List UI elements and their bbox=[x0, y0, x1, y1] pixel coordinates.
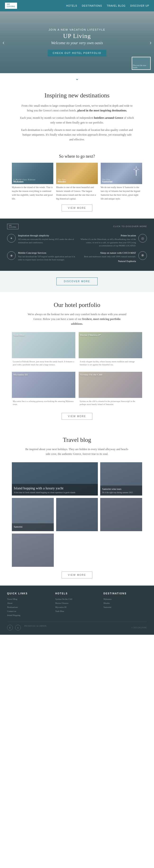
dest-desc-santorini: We do not really know if Santorini is th… bbox=[101, 186, 142, 201]
blog-card-extra1 bbox=[56, 498, 98, 531]
hotel-label-yade: Yade Blue bbox=[13, 334, 25, 336]
footer-social: f t PROSOCIAL & LMIXIN bbox=[7, 625, 46, 630]
footer-hotel-myconios[interactable]: Myconios III bbox=[55, 605, 99, 609]
dest-img-rhodes: The One Rhodes bbox=[56, 163, 98, 184]
nav-hotels[interactable]: HOTELS bbox=[66, 4, 77, 7]
cocomat-text: Sleep on nature with COCO-MAT Beds and m… bbox=[84, 251, 136, 263]
hotel-info-syrtina: Syrtina on the cliff is situated in the … bbox=[79, 398, 142, 408]
hotel-desc-hector: A truly elegant facility, where luxury m… bbox=[80, 360, 141, 367]
hotel-card-syrtina: Syrtina On the Cliff Syrtina on the clif… bbox=[79, 372, 142, 408]
windmill-icon bbox=[133, 165, 140, 177]
portfolio-view-more-button[interactable]: VIEW MORE bbox=[62, 413, 92, 420]
footer-copyright: © 2015 UP LIVING bbox=[131, 627, 147, 629]
blog-title-3: Santorini bbox=[14, 525, 52, 529]
footer-hotel-hector[interactable]: Hector Filorera bbox=[55, 601, 99, 605]
footer-dest-santorini[interactable]: Santorini bbox=[104, 605, 147, 609]
blog-view-more-button[interactable]: VIEW MORE bbox=[62, 571, 92, 579]
destination-cards: A World-class Hideout Mykonos Mykonos is… bbox=[12, 163, 142, 201]
navigation: UP LIVING HOTELS DESTINATIONS TRAVEL BLO… bbox=[0, 0, 154, 11]
blog-grid: Island hopping with a luxury yacht A fir… bbox=[12, 462, 142, 567]
dark-band-discover-link[interactable]: CLICK TO DISCOVER MORE bbox=[113, 225, 147, 227]
hero-next-arrow[interactable]: › bbox=[150, 38, 152, 46]
footer-hotel-yade[interactable]: Yade Blue bbox=[55, 609, 99, 613]
footer-destinations-heading: DESTINATIONS bbox=[104, 592, 147, 595]
where-section: So where to go next? A World-class Hideo… bbox=[0, 152, 154, 219]
blog-section: Travel blog Be inspired about your next … bbox=[0, 427, 154, 586]
hotel-img-hector: Hector Filorera 4* bbox=[79, 332, 142, 358]
location-text: Prime location Whether it's on the Water… bbox=[79, 234, 136, 248]
footer-link-destinations[interactable]: Destinations bbox=[7, 605, 50, 609]
feature-cocomat: ❃ Sleep on nature with COCO-MAT Beds and… bbox=[79, 251, 147, 263]
blog-card-extra3 bbox=[12, 533, 54, 567]
hotel-label-syrtina: Syrtina On the Cliff bbox=[80, 373, 102, 376]
nav-destinations[interactable]: DESTINATIONS bbox=[82, 4, 102, 7]
footer-hotel-syrtina[interactable]: Syrtina On the Cliff bbox=[55, 597, 99, 601]
nav-travel-blog[interactable]: TRAVEL BLOG bbox=[107, 4, 125, 7]
blog-heading: Travel blog bbox=[12, 436, 142, 443]
blog-title-1: Island hopping with a luxury yacht bbox=[14, 486, 96, 491]
hero-section: ‹ JOIN A NEW VACATION LIFESTYLE UP Livin… bbox=[0, 11, 154, 73]
dark-band-header: UP LIVING CLICK TO DISCOVER MORE bbox=[7, 224, 147, 229]
hero-subtitle: JOIN A NEW VACATION LIFESTYLE bbox=[48, 28, 107, 31]
cocomat-title: Sleep on nature with COCO-MAT bbox=[84, 251, 136, 254]
cocomat-desc: Beds and mattresses made only with 100% … bbox=[84, 255, 136, 258]
hero-prev-arrow[interactable]: ‹ bbox=[2, 38, 4, 46]
nav-logo[interactable]: UP LIVING bbox=[5, 2, 17, 9]
social-label: PROSOCIAL & LMIXIN bbox=[24, 625, 46, 630]
dest-img-mykonos: A World-class Hideout Mykonos bbox=[12, 163, 53, 184]
simplicity-desc: All rooms are renovated & restyled durin… bbox=[18, 238, 75, 244]
nav-links: HOTELS DESTINATIONS TRAVEL BLOG DISCOVER… bbox=[66, 4, 149, 7]
where-heading: So where to go next? bbox=[12, 154, 142, 159]
footer-link-contact[interactable]: Contact us bbox=[7, 609, 50, 613]
concierge-title: Mobile Concierge Services bbox=[18, 251, 75, 254]
blog-card-extra2 bbox=[100, 498, 142, 531]
facebook-icon[interactable]: f bbox=[7, 625, 13, 630]
footer-destinations: DESTINATIONS Mykonos Rhodes Santorini bbox=[104, 592, 147, 617]
hero-thumbnail: Discover the new hotels bbox=[132, 57, 151, 70]
inspiring-section: Inspiring new destinations From chic sma… bbox=[0, 83, 154, 152]
concierge-text: Mobile Concierge Services You can downlo… bbox=[18, 251, 75, 261]
hotel-card-yade: Yade Blue Located at Paliraki Resort, ju… bbox=[12, 332, 75, 368]
hotel-img-myconios: Myconios III bbox=[12, 372, 75, 398]
footer-link-about[interactable]: About bbox=[7, 601, 50, 605]
blog-date-1: A first time in Greek islands island hop… bbox=[14, 492, 96, 494]
simplicity-text: Inspiration through simplicity All rooms… bbox=[18, 234, 75, 244]
nav-logo-line2: LIVING bbox=[7, 6, 15, 8]
footer-hotels: HOTELS Syrtina On the Cliff Hector Filor… bbox=[55, 592, 99, 617]
discover-section: DIscovER MORE bbox=[0, 271, 154, 292]
footer-link-travel-blog[interactable]: Travel Blog bbox=[7, 597, 50, 601]
dark-band-section: UP LIVING CLICK TO DISCOVER MORE ✦ Inspi… bbox=[0, 219, 154, 271]
footer-dest-rhodes[interactable]: Rhodes bbox=[104, 601, 147, 605]
location-icon: ◎ bbox=[138, 234, 147, 243]
feature-simplicity: ✦ Inspiration through simplicity All roo… bbox=[7, 234, 75, 248]
discover-more-button[interactable]: DIscovER MORE bbox=[56, 277, 98, 285]
feature-concierge: ◈ Mobile Concierge Services You can down… bbox=[7, 251, 75, 263]
footer-quick-links: QUICK LINKS Travel Blog About Destinatio… bbox=[7, 592, 50, 617]
inspiring-heading: Inspiring new destinations bbox=[14, 92, 140, 99]
location-title: Prime location bbox=[79, 234, 136, 237]
portfolio-section: Our hotel portfolio We're always on the … bbox=[0, 292, 154, 427]
dest-card-mykonos: A World-class Hideout Mykonos Mykonos is… bbox=[12, 163, 53, 201]
blog-intro: Be inspired about your next holidays. Th… bbox=[25, 447, 129, 457]
features-grid: ✦ Inspiration through simplicity All roo… bbox=[7, 231, 147, 266]
inspiring-body1: From chic small studios to large cosmopo… bbox=[20, 103, 134, 113]
twitter-icon[interactable]: t bbox=[15, 625, 21, 630]
dark-band-logo: UP LIVING bbox=[7, 224, 18, 229]
hotel-info-hector: A truly elegant facility, where luxury m… bbox=[79, 358, 142, 368]
footer-bottom: f t PROSOCIAL & LMIXIN © 2015 UP LIVING bbox=[7, 622, 147, 630]
portfolio-intro: We're always on the lookout for new and … bbox=[27, 312, 127, 327]
scroll-chevron[interactable]: ⌄ bbox=[0, 73, 154, 83]
hotel-img-yade: Yade Blue bbox=[12, 332, 75, 358]
footer-dest-mykonos[interactable]: Mykonos bbox=[104, 597, 147, 601]
hero-cta-button[interactable]: CHECK OUT HOTEL PORTFOLIO bbox=[48, 50, 107, 57]
hero-content: JOIN A NEW VACATION LIFESTYLE UP Living … bbox=[48, 28, 107, 57]
footer-top: QUICK LINKS Travel Blog About Destinatio… bbox=[7, 592, 147, 617]
where-view-more-button[interactable]: VIEW MORE bbox=[62, 205, 92, 211]
hotel-label-myconios: Myconios III bbox=[13, 373, 28, 376]
portfolio-heading: Our hotel portfolio bbox=[12, 302, 142, 309]
simplicity-icon: ✦ bbox=[7, 234, 16, 243]
footer-quick-links-heading: QUICK LINKS bbox=[7, 592, 50, 595]
nav-discover-up[interactable]: DISCOVER UP bbox=[130, 4, 149, 7]
blog-date-2: Do it the right way during summer 2015 bbox=[102, 492, 140, 494]
footer-link-island-hopping[interactable]: Island Hopping bbox=[7, 613, 50, 617]
